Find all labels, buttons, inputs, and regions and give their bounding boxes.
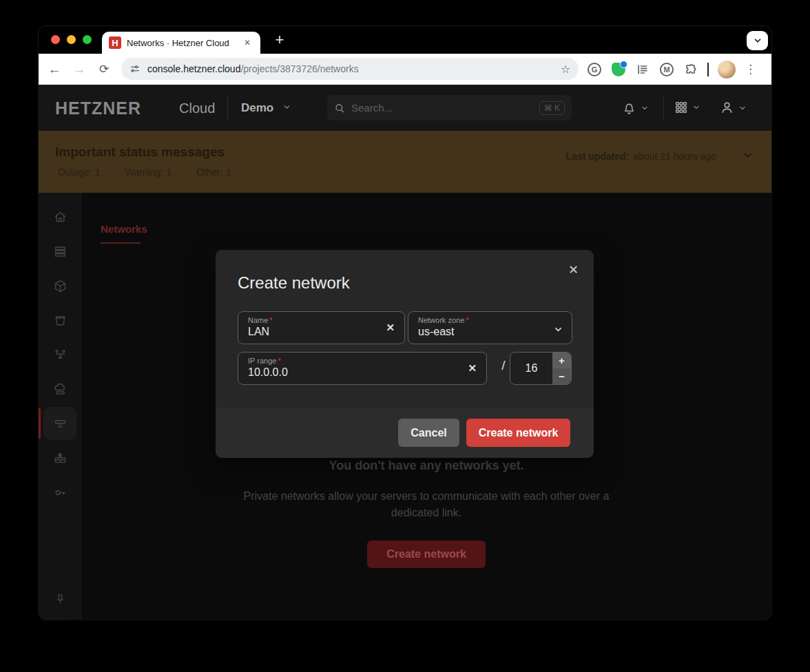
sidebar-item-object-storage[interactable]	[46, 306, 74, 334]
chevron-down-icon	[692, 103, 700, 112]
address-bar[interactable]: console.hetzner.cloud/projects/3873726/n…	[121, 58, 579, 80]
minimize-window-button[interactable]	[67, 35, 76, 44]
tab-active-underline	[101, 242, 141, 244]
browser-menu-icon[interactable]: ⋮	[745, 62, 756, 76]
list-extension-icon[interactable]	[635, 62, 650, 77]
tab-strip: H Networks · Hetzner Cloud ✕ +	[39, 26, 771, 54]
project-name: Demo	[241, 101, 273, 114]
clear-ip-icon[interactable]: ✕	[468, 362, 477, 375]
browser-tab[interactable]: H Networks · Hetzner Cloud ✕	[102, 32, 260, 54]
modal-title: Create network	[238, 273, 350, 293]
sidebar-item-servers[interactable]	[46, 238, 74, 265]
sidebar-active-indicator	[39, 408, 41, 439]
browser-window: H Networks · Hetzner Cloud ✕ + ← → ⟳ con…	[39, 26, 771, 620]
chevron-down-icon	[753, 36, 762, 45]
network-zone-select[interactable]: Network zone* us-east	[408, 311, 572, 344]
chevron-down-icon	[641, 104, 649, 112]
toolbar-separator	[707, 63, 709, 76]
new-tab-button[interactable]: +	[270, 30, 289, 50]
cancel-button[interactable]: Cancel	[398, 419, 459, 447]
servers-icon	[53, 244, 68, 259]
notifications-menu[interactable]	[621, 100, 649, 116]
back-button[interactable]: ←	[44, 62, 65, 77]
tab-close-icon[interactable]: ✕	[241, 36, 253, 49]
network-icon	[53, 417, 68, 431]
sidebar-item-volumes[interactable]	[46, 272, 74, 300]
url-path: /projects/3873726/networks	[240, 63, 358, 74]
required-asterisk: *	[466, 316, 468, 324]
name-input[interactable]	[248, 326, 395, 338]
header-divider	[227, 96, 228, 120]
modal-close-icon[interactable]: ✕	[565, 260, 581, 280]
search-bar[interactable]: ⌘ K	[327, 95, 572, 120]
user-icon	[719, 100, 735, 116]
grid-icon	[674, 100, 689, 115]
stepper-buttons: + −	[552, 353, 571, 384]
zoom-window-button[interactable]	[83, 35, 92, 44]
ip-range-input[interactable]	[248, 366, 477, 379]
create-network-modal: ✕ Create network Name* ✕ Network zone* u…	[216, 250, 594, 458]
extensions-puzzle-icon[interactable]	[683, 62, 698, 77]
modal-footer: Cancel Create network	[216, 408, 594, 458]
window-controls	[51, 35, 92, 44]
clear-name-icon[interactable]: ✕	[386, 322, 395, 334]
name-field-label: Name*	[248, 316, 395, 324]
sidebar	[39, 193, 81, 620]
load-balancer-icon	[53, 348, 68, 362]
banner-expand-icon[interactable]	[742, 149, 754, 161]
sidebar-item-networks[interactable]	[46, 410, 74, 437]
required-asterisk: *	[278, 357, 280, 365]
browser-toolbar: ← → ⟳ console.hetzner.cloud/projects/387…	[39, 54, 771, 85]
url-text: console.hetzner.cloud/projects/3873726/n…	[147, 63, 555, 74]
tab-search-button[interactable]	[747, 31, 768, 50]
project-selector[interactable]: Demo	[241, 101, 291, 115]
forward-button[interactable]: →	[69, 62, 90, 77]
tab-networks[interactable]: Networks	[101, 223, 147, 235]
bookmark-star-icon[interactable]: ☆	[561, 63, 570, 76]
name-field[interactable]: Name* ✕	[238, 311, 405, 344]
sidebar-item-security[interactable]	[46, 479, 74, 506]
sidebar-item-firewalls[interactable]	[46, 444, 74, 472]
hetzner-logo[interactable]: HETZNER	[55, 98, 141, 118]
modal-create-network-button[interactable]: Create network	[466, 419, 570, 447]
grammarly-extension-icon[interactable]: G	[587, 62, 602, 77]
product-name: Cloud	[179, 101, 215, 116]
cube-icon	[53, 279, 68, 293]
empty-state-description: Private networks allow your servers to c…	[227, 488, 626, 521]
ip-range-field[interactable]: IP range* ✕	[238, 352, 487, 385]
empty-state-title: You don't have any networks yet.	[81, 459, 771, 473]
stat-warning: Warning:1	[123, 167, 172, 178]
sidebar-item-load-balancers[interactable]	[46, 341, 74, 368]
status-banner-stats: Outage:1 Warning:1 Other:1	[55, 167, 231, 178]
decrement-button[interactable]: −	[552, 368, 571, 384]
cloud-icon	[53, 382, 68, 397]
pin-icon	[54, 593, 67, 606]
mail-extension-icon[interactable]: M	[659, 62, 674, 77]
sidebar-item-floating-ips[interactable]	[46, 375, 74, 403]
last-updated: Last updated:about 21 hours ago	[566, 151, 716, 162]
chevron-down-icon	[738, 104, 747, 112]
extensions-row: G M ⋮	[587, 54, 756, 85]
avatar[interactable]	[718, 61, 736, 78]
create-network-button[interactable]: Create network	[367, 540, 486, 568]
user-menu[interactable]	[719, 100, 747, 116]
sidebar-pin-button[interactable]	[46, 585, 74, 613]
tab-title: Networks · Hetzner Cloud	[127, 38, 236, 48]
reload-button[interactable]: ⟳	[94, 62, 114, 76]
site-settings-icon[interactable]	[129, 63, 141, 74]
increment-button[interactable]: +	[552, 353, 571, 368]
status-banner-title: Important status messages	[55, 145, 225, 160]
sidebar-item-home[interactable]	[46, 203, 74, 231]
close-window-button[interactable]	[51, 35, 60, 44]
apps-menu[interactable]	[674, 100, 700, 115]
empty-state: You don't have any networks yet. Private…	[81, 459, 771, 568]
chevron-down-icon	[282, 103, 291, 112]
header-divider	[663, 96, 664, 120]
evernote-extension-icon[interactable]	[611, 62, 626, 77]
bell-icon	[621, 100, 637, 116]
prefix-stepper[interactable]: + −	[510, 352, 572, 385]
prefix-input[interactable]	[510, 353, 552, 384]
firewall-icon	[53, 451, 68, 465]
zone-selected-value: us-east	[418, 326, 562, 338]
search-input[interactable]	[351, 102, 539, 114]
